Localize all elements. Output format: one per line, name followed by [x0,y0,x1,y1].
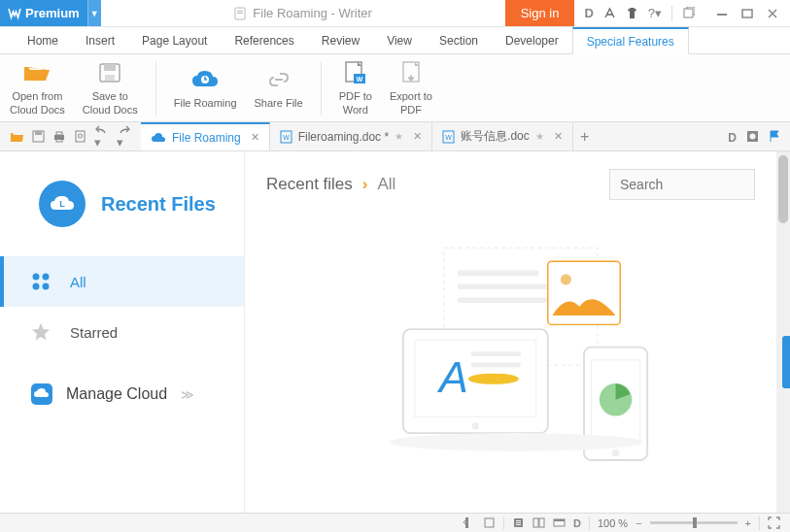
qa-save-icon[interactable] [32,130,45,143]
ribbon-pdf-to-word[interactable]: W PDF to Word [339,59,372,116]
sb-icon-1[interactable] [463,516,475,529]
vertical-scrollbar[interactable] [776,151,790,513]
scrollbar-thumb[interactable] [778,155,788,223]
sb-view-outline-icon[interactable] [512,516,525,529]
doctab-fileroaming-doc[interactable]: W Fileroaming.doc * ★ ✕ [270,122,432,150]
premium-button[interactable]: Premium [0,0,87,26]
tab-view[interactable]: View [373,27,426,53]
premium-label: Premium [25,6,80,20]
qa-open-icon[interactable] [10,130,24,143]
side-panel-toggle[interactable] [782,336,790,388]
svg-point-28 [33,274,40,281]
manage-cloud-icon [29,382,52,406]
window-pin-icon[interactable] [682,7,695,19]
svg-point-50 [390,433,643,451]
tab-home[interactable]: Home [14,27,72,53]
ribbon-save-label: Save to Cloud Docs [83,90,138,116]
ribbon-open-cloud[interactable]: Open from Cloud Docs [10,59,65,116]
doctab-file-roaming[interactable]: File Roaming ✕ [141,122,270,150]
sb-view-web-icon[interactable] [532,516,545,529]
search-input[interactable] [609,169,755,200]
tab-special-features[interactable]: Special Features [572,27,689,54]
breadcrumb: Recent files › All [266,175,395,194]
svg-rect-60 [554,519,565,521]
sidebar-item-starred[interactable]: Starred [0,307,244,357]
ribbon-save-cloud[interactable]: Save to Cloud Docs [83,59,138,116]
divider [759,516,760,530]
help-icon[interactable]: ?▾ [648,6,662,20]
qa-right-icon-d[interactable]: D [728,128,737,146]
svg-rect-52 [485,518,494,527]
app-icon-skin[interactable] [626,7,638,19]
quick-access-row: ▾ ▾ File Roaming ✕ W Fileroaming.doc * ★… [0,122,790,151]
ribbon-share-file[interactable]: Share File [255,66,303,110]
ribbon-open-label: Open from Cloud Docs [10,90,65,116]
close-icon[interactable]: ✕ [413,130,422,143]
ribbon-export-label: Export to PDF [390,90,432,116]
svg-rect-2 [237,13,243,14]
w-logo-icon [8,7,21,20]
word-doc-icon: W [280,130,292,144]
zoom-slider[interactable] [650,521,738,524]
maximize-button[interactable] [741,8,753,19]
tab-insert[interactable]: Insert [72,27,128,53]
svg-point-48 [612,449,619,456]
window-title-text: File Roaming - Writer [253,6,372,20]
tab-section[interactable]: Section [426,27,492,53]
star-icon [29,320,52,344]
titlebar: Premium ▼ File Roaming - Writer Sign in … [0,0,790,27]
empty-state-illustration: A [303,239,747,474]
tab-developer[interactable]: Developer [492,27,572,53]
sb-view-page-icon[interactable] [483,516,496,529]
qa-right-flag-icon[interactable] [769,130,780,143]
qa-preview-icon[interactable] [74,130,86,143]
doctab-account-info[interactable]: W 账号信息.doc ★ ✕ [432,122,573,150]
svg-rect-15 [35,131,42,135]
qa-redo-icon[interactable]: ▾ [117,123,131,150]
premium-dropdown[interactable]: ▼ [87,0,101,26]
svg-point-30 [33,283,40,290]
sidebar-header: L Recent Files [0,181,244,256]
sb-icon-d[interactable]: D [573,517,581,529]
ribbon-share-label: Share File [255,97,303,110]
qa-right-clock-icon[interactable] [746,130,759,143]
qa-undo-icon[interactable]: ▾ [94,123,109,150]
svg-rect-44 [471,363,521,368]
cloud-icon [189,66,221,93]
ribbon-separator [321,61,322,116]
word-doc-icon: W [442,130,455,144]
fullscreen-icon[interactable] [768,516,780,529]
main-panel: Recent files › All A [245,151,776,513]
sidebar-manage-cloud[interactable]: Manage Cloud ≫ [0,357,244,419]
svg-point-20 [79,134,83,138]
app-icon-d[interactable]: D [584,6,593,20]
app-icon-font[interactable] [603,7,616,19]
signin-label: Sign in [521,6,560,20]
zoom-in-button[interactable]: + [745,517,751,529]
ribbon-file-roaming[interactable]: File Roaming [174,66,237,110]
qa-print-icon[interactable] [52,130,66,143]
zoom-out-button[interactable]: − [635,517,641,529]
minimize-button[interactable] [716,8,728,19]
tab-review[interactable]: Review [308,27,373,53]
breadcrumb-root[interactable]: Recent files [266,175,353,194]
sidebar-item-all[interactable]: All [0,256,244,307]
star-icon[interactable]: ★ [395,131,403,142]
zoom-level[interactable]: 100 % [598,517,628,529]
svg-rect-18 [56,139,62,142]
sb-view-print-icon[interactable] [553,516,566,529]
star-icon[interactable]: ★ [535,131,544,142]
svg-rect-17 [56,132,62,135]
tab-page-layout[interactable]: Page Layout [128,27,221,53]
add-tab-button[interactable]: + [573,122,597,150]
svg-point-45 [472,422,479,429]
export-pdf-icon [395,59,427,86]
close-button[interactable] [767,8,778,19]
signin-button[interactable]: Sign in [505,0,575,26]
close-icon[interactable]: ✕ [251,131,259,144]
close-icon[interactable]: ✕ [554,130,563,143]
window-controls [704,0,790,26]
tab-references[interactable]: References [221,27,307,53]
ribbon-export-pdf[interactable]: Export to PDF [390,59,432,116]
svg-rect-56 [516,524,521,525]
